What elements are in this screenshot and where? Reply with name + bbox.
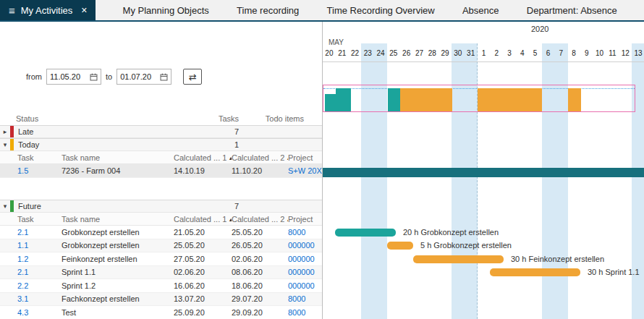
tab-my-planning-objects[interactable]: My Planning Objects — [123, 5, 209, 16]
status-group-late[interactable]: ▸ Late 7 — [0, 125, 322, 138]
utilization-block — [478, 88, 542, 111]
axis-divider-line — [323, 61, 644, 62]
day-tick: 8 — [567, 48, 580, 59]
calc-date-2: 08.06.20 — [232, 268, 288, 276]
task-id-link[interactable]: 2.2 — [0, 281, 44, 290]
project-timeline-bar[interactable] — [323, 168, 644, 177]
utilization-block — [388, 88, 400, 111]
task-id-link[interactable]: 3.1 — [0, 294, 44, 303]
task-name: Fachkonzept erstellen — [44, 294, 156, 303]
from-date-field[interactable] — [46, 69, 101, 85]
calc-date-1: 25.09.20 — [156, 308, 232, 317]
day-tick: 11 — [606, 48, 619, 59]
col-project[interactable]: Project — [288, 153, 322, 162]
task-id-link[interactable]: 1.2 — [0, 255, 44, 263]
year-label: 2020 — [531, 25, 548, 33]
day-tick: 6 — [542, 48, 555, 59]
column-header-row: Task Task name Calculated ... 1▲ Calcula… — [0, 213, 322, 226]
day-tick: 21 — [336, 48, 349, 59]
date-range-filter: from to — [26, 68, 322, 85]
table-row[interactable]: 3.1 Fachkonzept erstellen 13.07.20 29.07… — [0, 293, 322, 307]
table-row[interactable]: 1.5 7236 - Farm 004 14.10.19 11.10.20 S+… — [0, 164, 322, 178]
group-label: Future — [18, 202, 181, 210]
utilization-block — [336, 88, 351, 111]
day-tick: 26 — [400, 48, 413, 59]
gantt-bar-feinkonzept-30h[interactable] — [413, 255, 504, 263]
project-link[interactable]: 000000 — [288, 255, 322, 263]
project-link[interactable]: 8000 — [288, 294, 322, 303]
main-content: from to — [0, 22, 644, 319]
gantt-chart-panel: 2020 MAY 20 21 22 23 24 25 26 27 28 29 3… — [322, 22, 644, 319]
tab-time-recording[interactable]: Time recording — [237, 5, 299, 16]
task-id-link[interactable]: 1.1 — [0, 241, 44, 250]
status-group-future[interactable]: ▾ Future 7 — [0, 200, 322, 213]
day-tick: 30 — [452, 48, 465, 59]
gantt-bar-label: 5 h Grobkonzept erstellen — [420, 242, 512, 250]
day-tick: 12 — [619, 48, 632, 59]
gantt-bar-grobkonzept-20h[interactable] — [335, 229, 396, 237]
task-name: 7236 - Farm 004 — [44, 166, 156, 175]
group-task-count: 7 — [181, 202, 239, 210]
from-date-input[interactable] — [50, 72, 88, 81]
project-link[interactable]: 000000 — [288, 241, 322, 250]
col-calculated-1[interactable]: Calculated ... 1▲ — [156, 215, 232, 224]
status-header: Status — [0, 114, 181, 123]
task-id-link[interactable]: 4.3 — [0, 308, 44, 317]
active-tab-label: My Activities — [21, 5, 73, 16]
task-id-link[interactable]: 1.5 — [0, 166, 44, 175]
gantt-bar-sprint11-30h[interactable] — [490, 268, 580, 276]
refresh-button[interactable]: ⇄ — [183, 69, 202, 85]
table-row[interactable]: 1.2 Feinkonzept erstellen 27.05.20 02.06… — [0, 252, 322, 266]
calc-date-2: 02.06.20 — [232, 255, 288, 263]
project-link[interactable]: S+W 20X — [288, 166, 322, 175]
task-table-panel: from to — [0, 22, 322, 319]
col-project[interactable]: Project — [288, 215, 322, 224]
col-calculated-1[interactable]: Calculated ... 1▲ — [156, 153, 232, 162]
project-link[interactable]: 000000 — [288, 268, 322, 276]
gantt-bar-grobkonzept-5h[interactable] — [387, 242, 413, 250]
project-link[interactable]: 000000 — [288, 281, 322, 290]
project-link[interactable]: 8000 — [288, 228, 322, 237]
project-link[interactable]: 8000 — [288, 308, 322, 317]
calc-date-1: 27.05.20 — [156, 255, 232, 263]
table-row[interactable]: 4.3 Test 25.09.20 29.09.20 8000 — [0, 306, 322, 319]
capacity-utilization-band — [323, 85, 635, 112]
to-date-field[interactable] — [116, 69, 171, 85]
tab-absence[interactable]: Absence — [462, 5, 499, 16]
today-status-bar — [10, 139, 14, 150]
calc-date-1: 25.05.20 — [156, 241, 232, 250]
utilization-block — [400, 88, 452, 111]
table-row[interactable]: 1.1 Grobkonzept erstellen 25.05.20 26.05… — [0, 239, 322, 253]
gantt-bar-label: 30 h Sprint 1.1 — [588, 268, 640, 276]
tab-my-activities[interactable]: ≡ My Activities × — [0, 0, 96, 20]
to-date-input[interactable] — [120, 72, 158, 81]
table-row[interactable]: 2.1 Sprint 1.1 02.06.20 08.06.20 000000 — [0, 266, 322, 280]
col-task[interactable]: Task — [0, 215, 44, 224]
col-calculated-2[interactable]: Calculated ... 2▲ — [232, 153, 288, 162]
day-tick: 31 — [465, 48, 478, 59]
chevron-right-icon[interactable]: ▸ — [0, 128, 10, 135]
tab-time-recording-overview[interactable]: Time Recording Overview — [327, 5, 435, 16]
table-row[interactable]: 2.1 Grobkonzept erstellen 21.05.20 25.05… — [0, 226, 322, 239]
menu-icon[interactable]: ≡ — [9, 5, 15, 16]
task-id-link[interactable]: 2.1 — [0, 228, 44, 237]
calc-date-2: 25.05.20 — [232, 228, 288, 237]
task-id-link[interactable]: 2.1 — [0, 268, 44, 276]
table-row[interactable]: 2.2 Sprint 1.2 16.06.20 18.06.20 000000 — [0, 279, 322, 293]
col-calculated-2[interactable]: Calculated ... 2▲ — [232, 215, 288, 224]
col-task-name[interactable]: Task name — [44, 153, 156, 162]
from-label: from — [26, 72, 42, 81]
col-task-name[interactable]: Task name — [44, 215, 156, 224]
chevron-down-icon[interactable]: ▾ — [0, 141, 10, 148]
tab-department-absence[interactable]: Department: Absence — [527, 5, 617, 16]
to-label: to — [106, 72, 112, 81]
calc-date-1: 13.07.20 — [156, 294, 232, 303]
chevron-down-icon[interactable]: ▾ — [0, 203, 10, 210]
col-task[interactable]: Task — [0, 153, 44, 162]
calc-date-2: 29.09.20 — [232, 308, 288, 317]
status-group-today[interactable]: ▾ Today 1 — [0, 138, 322, 151]
task-name: Sprint 1.1 — [44, 268, 156, 276]
close-icon[interactable]: × — [81, 5, 87, 15]
gantt-bar-label: 20 h Grobkonzept erstellen — [403, 229, 499, 237]
day-tick: 1 — [478, 48, 491, 59]
